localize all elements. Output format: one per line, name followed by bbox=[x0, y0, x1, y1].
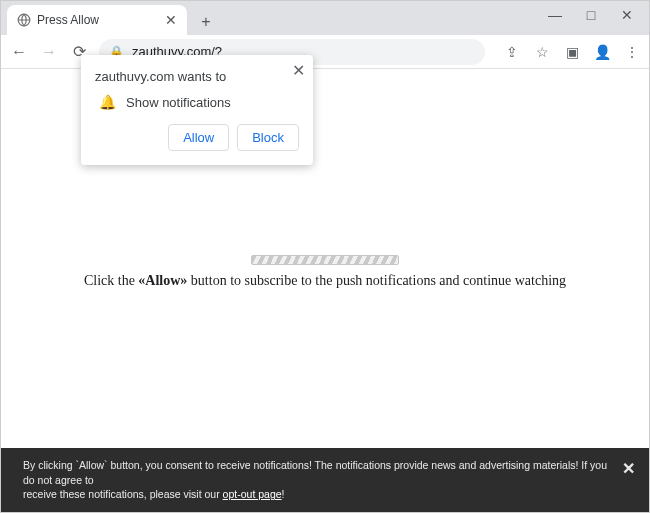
back-button[interactable]: ← bbox=[9, 42, 29, 62]
page-content: Click the «Allow» button to subscribe to… bbox=[1, 255, 649, 289]
window-close-button[interactable]: ✕ bbox=[609, 3, 645, 27]
globe-icon bbox=[17, 13, 31, 27]
text-post: button to subscribe to the push notifica… bbox=[187, 273, 566, 288]
bookmark-icon[interactable]: ☆ bbox=[533, 44, 551, 60]
share-icon[interactable]: ⇪ bbox=[503, 44, 521, 60]
toolbar-right-icons: ⇪ ☆ ▣ 👤 ⋮ bbox=[495, 44, 641, 60]
block-button[interactable]: Block bbox=[237, 124, 299, 151]
bell-icon: 🔔 bbox=[99, 94, 116, 110]
text-bold: «Allow» bbox=[138, 273, 187, 288]
popup-permission-label: Show notifications bbox=[126, 95, 231, 110]
browser-tab[interactable]: Press Allow ✕ bbox=[7, 5, 187, 35]
menu-icon[interactable]: ⋮ bbox=[623, 44, 641, 60]
profile-icon[interactable]: 👤 bbox=[593, 44, 611, 60]
footer-line2-pre: receive these notifications, please visi… bbox=[23, 488, 223, 500]
popup-close-icon[interactable]: ✕ bbox=[292, 61, 305, 80]
footer-line1: By clicking `Allow` button, you consent … bbox=[23, 459, 607, 486]
allow-button[interactable]: Allow bbox=[168, 124, 229, 151]
notification-permission-popup: ✕ zauthuvy.com wants to 🔔 Show notificat… bbox=[81, 55, 313, 165]
maximize-button[interactable]: □ bbox=[573, 3, 609, 27]
popup-title: zauthuvy.com wants to bbox=[95, 69, 299, 84]
opt-out-link[interactable]: opt-out page bbox=[223, 488, 282, 500]
footer-close-icon[interactable]: ✕ bbox=[622, 458, 635, 480]
tab-close-icon[interactable]: ✕ bbox=[165, 12, 177, 28]
forward-button[interactable]: → bbox=[39, 42, 59, 62]
text-pre: Click the bbox=[84, 273, 138, 288]
new-tab-button[interactable]: + bbox=[193, 9, 219, 35]
loading-bar bbox=[251, 255, 399, 265]
tab-title: Press Allow bbox=[37, 13, 159, 27]
window-controls: — □ ✕ bbox=[537, 3, 645, 27]
minimize-button[interactable]: — bbox=[537, 3, 573, 27]
popup-permission-row: 🔔 Show notifications bbox=[95, 94, 299, 110]
consent-footer: ✕ By clicking `Allow` button, you consen… bbox=[1, 448, 649, 512]
popup-buttons: Allow Block bbox=[95, 124, 299, 151]
footer-line2-post: ! bbox=[282, 488, 285, 500]
extensions-icon[interactable]: ▣ bbox=[563, 44, 581, 60]
tab-strip: Press Allow ✕ + — □ ✕ bbox=[1, 1, 649, 35]
instruction-text: Click the «Allow» button to subscribe to… bbox=[1, 273, 649, 289]
